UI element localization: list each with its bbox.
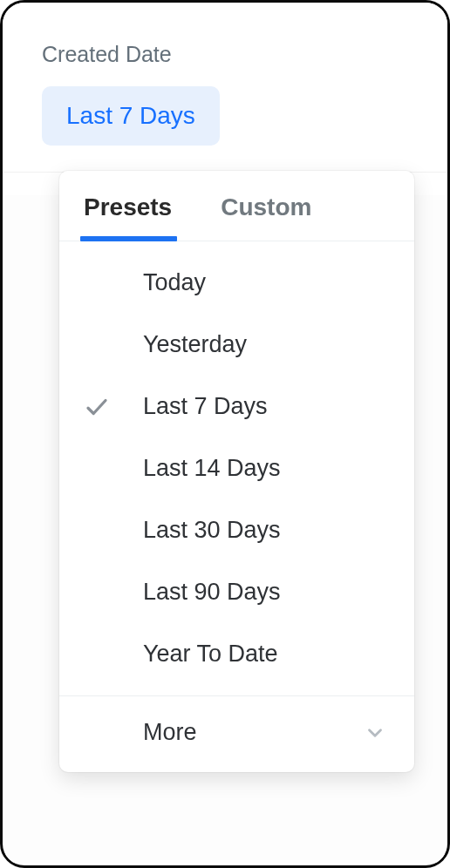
tab-presets-label: Presets	[84, 193, 172, 220]
date-range-dropdown: Presets Custom Today Yesterday	[59, 171, 414, 772]
option-label: Last 14 Days	[143, 455, 393, 482]
filter-bar: Created Date Last 7 Days	[3, 3, 447, 173]
option-last-30-days[interactable]: Last 30 Days	[59, 499, 414, 561]
tab-presets[interactable]: Presets	[72, 171, 184, 241]
option-label: Last 90 Days	[143, 579, 393, 606]
filter-label: Created Date	[42, 42, 408, 67]
app-frame: Created Date Last 7 Days Presets Custom …	[0, 0, 450, 868]
more-toggle[interactable]: More	[59, 695, 414, 772]
preset-options: Today Yesterday Last 7 Days Last 14 Days	[59, 241, 414, 695]
more-label: More	[143, 719, 364, 746]
tab-custom-label: Custom	[221, 193, 311, 220]
option-last-7-days[interactable]: Last 7 Days	[59, 376, 414, 437]
dropdown-tabs: Presets Custom	[59, 171, 414, 241]
option-label: Yesterday	[143, 331, 393, 358]
option-yesterday[interactable]: Yesterday	[59, 314, 414, 376]
tab-custom[interactable]: Custom	[208, 171, 324, 241]
option-last-14-days[interactable]: Last 14 Days	[59, 437, 414, 499]
check-slot	[80, 394, 143, 420]
chip-text: Last 7 Days	[66, 102, 195, 129]
option-label: Today	[143, 269, 393, 296]
option-last-90-days[interactable]: Last 90 Days	[59, 561, 414, 623]
option-label: Last 30 Days	[143, 517, 393, 544]
option-label: Last 7 Days	[143, 393, 393, 420]
date-range-chip[interactable]: Last 7 Days	[42, 86, 220, 146]
option-label: Year To Date	[143, 641, 393, 668]
option-year-to-date[interactable]: Year To Date	[59, 623, 414, 685]
check-icon	[84, 394, 110, 420]
option-today[interactable]: Today	[59, 252, 414, 314]
chevron-down-icon	[364, 722, 386, 744]
